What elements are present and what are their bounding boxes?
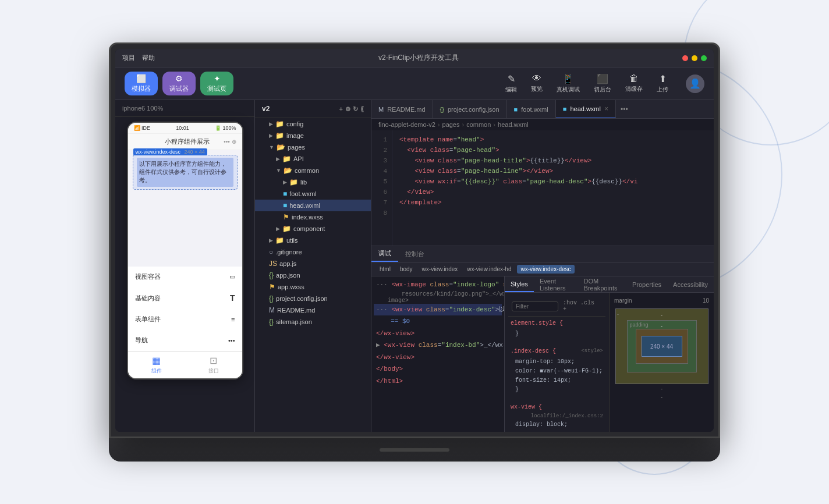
tree-item-gitignore[interactable]: ○ .gitignore <box>255 246 371 258</box>
laptop-notch <box>380 448 449 452</box>
html-tree-row-close-html[interactable]: </html> <box>374 375 502 388</box>
menu-item-help[interactable]: 帮助 <box>142 54 155 62</box>
style-block-wx-view: wx-view { localfile:/_index.css:2 displa… <box>508 400 605 432</box>
code-line-6: </view> <box>399 187 707 198</box>
styles-tab-properties[interactable]: Properties <box>626 276 667 292</box>
tab-project-config[interactable]: {} project.config.json <box>433 100 507 119</box>
el-tag-body[interactable]: body <box>396 265 416 274</box>
folder-icon: 📁 <box>282 225 291 233</box>
breadcrumb-3: head.wxml <box>498 121 529 128</box>
collapse-icon[interactable]: ⟪ <box>360 105 364 113</box>
status-right: 🔋 100% <box>215 125 236 131</box>
tree-item-api[interactable]: ▶ 📁 API <box>255 153 371 165</box>
el-tag-wx-view-index-hd[interactable]: wx-view.index-hd <box>463 265 515 274</box>
html-tree-row-index-bd[interactable]: ▶ <wx-view class="index-bd">_</wx-view> <box>374 339 502 352</box>
filter-input[interactable] <box>512 301 558 311</box>
list-item-2[interactable]: 表单组件 ≡ <box>128 309 242 329</box>
testpage-button[interactable]: ✦ 测试页 <box>200 72 233 95</box>
html-tree[interactable]: ··· <wx-image class="index-logo" src="..… <box>371 276 504 432</box>
menu-item-project[interactable]: 项目 <box>122 54 135 62</box>
background-icon: ⬛ <box>597 73 608 84</box>
tab-foot-wxml[interactable]: ■ foot.wxml <box>507 100 556 119</box>
project-config-tab-icon: {} <box>440 106 444 113</box>
bottom-tab-console[interactable]: 控制台 <box>398 246 431 262</box>
phone-list: 视图容器 ▭ 基础内容 T 表单组件 ≡ <box>128 267 242 350</box>
tree-item-app-json[interactable]: {} app.json <box>255 269 371 281</box>
background-action[interactable]: ⬛ 切后台 <box>588 71 617 96</box>
wxml-file-icon: ■ <box>283 201 287 210</box>
debugger-button[interactable]: ⚙ 调试器 <box>162 72 196 95</box>
tree-item-sitemap[interactable]: {} sitemap.json <box>255 316 371 328</box>
tree-item-head-wxml[interactable]: ■ head.wxml <box>255 200 371 211</box>
tree-item-app-js[interactable]: JS app.js <box>255 258 371 269</box>
styles-tab-dom-breakpoints[interactable]: DOM Breakpoints <box>578 276 626 292</box>
html-tree-row-close-wx-view[interactable]: </wx-view> <box>374 352 502 364</box>
code-line-4: <view class="page-head-line"></view> <box>399 166 707 177</box>
bottom-tab-inspector[interactable]: 调试 <box>371 246 398 262</box>
styles-tab-event-listeners[interactable]: Event Listeners <box>534 276 578 292</box>
phone-frame: 📶 IDE 10:01 🔋 100% 小程序组件展示 ••• ⊕ <box>127 122 243 379</box>
refresh-icon[interactable]: ↻ <box>353 105 358 113</box>
tree-item-index-wxss[interactable]: ⚑ index.wxss <box>255 211 371 223</box>
maximize-button[interactable] <box>701 55 707 61</box>
html-tree-row-0[interactable]: ··· <wx-image class="index-logo" src="..… <box>374 279 502 291</box>
tree-item-readme[interactable]: M README.md <box>255 304 371 316</box>
tree-item-lib[interactable]: ▶ 📁 lib <box>255 176 371 188</box>
list-item-0[interactable]: 视图容器 ▭ <box>128 267 242 287</box>
upload-action[interactable]: ⬆ 上传 <box>651 71 674 96</box>
preview-label: 预览 <box>531 85 543 93</box>
box-margin: - - padding - <box>615 308 708 384</box>
device-debug-action[interactable]: 📱 真机调试 <box>551 71 586 96</box>
html-tree-row-close-body[interactable]: </body> <box>374 363 502 375</box>
filetree-panel: v2 + ⊕ ↻ ⟪ ▶ 📁 config <box>255 100 371 432</box>
tree-item-app-wxss[interactable]: ⚑ app.wxss <box>255 281 371 293</box>
tree-item-pages[interactable]: ▼ 📂 pages <box>255 141 371 153</box>
tree-item-image[interactable]: ▶ 📁 image <box>255 130 371 141</box>
tab-head-wxml[interactable]: ■ head.wxml × <box>556 100 616 119</box>
edit-label: 编辑 <box>505 86 517 94</box>
tree-item-foot-wxml[interactable]: ■ foot.wxml <box>255 188 371 200</box>
tab-more[interactable]: ••• <box>616 105 633 113</box>
tree-item-project-config[interactable]: {} project.config.json <box>255 293 371 304</box>
el-tag-wx-view-index-desc[interactable]: wx-view.index-desc <box>517 265 574 274</box>
background-label: 切后台 <box>594 86 611 94</box>
minimize-button[interactable] <box>692 55 697 61</box>
styles-tab-styles[interactable]: Styles <box>505 276 534 292</box>
list-item-1[interactable]: 基础内容 T <box>128 288 242 308</box>
close-button[interactable] <box>682 55 688 61</box>
tree-item-config[interactable]: ▶ 📁 config <box>255 118 371 130</box>
element-highlight: wx-view.index-desc 240 × 44 以下用展示小程序官方组件… <box>133 155 238 190</box>
el-tag-html[interactable]: html <box>376 265 394 274</box>
code-content[interactable]: <template name="head"> <view class="page… <box>392 130 714 246</box>
styles-tab-accessibility[interactable]: Accessibility <box>667 276 714 292</box>
html-tree-row-selected[interactable]: ··· <wx-view class="index-desc">以下用展示小程序… <box>374 304 502 316</box>
simulator-button[interactable]: ⬜ 模拟器 <box>125 72 158 95</box>
new-folder-icon[interactable]: ⊕ <box>345 105 350 113</box>
new-file-icon[interactable]: + <box>339 105 343 113</box>
tab-interface[interactable]: ⊡ 接口 <box>208 355 219 375</box>
el-tag-wx-view-index[interactable]: wx-view.index <box>419 265 462 274</box>
style-selector-3: wx-view { localfile:/_index.css:2 <box>511 403 603 412</box>
bottom-content: ··· <wx-image class="index-logo" src="..… <box>371 276 714 432</box>
html-tree-row-close-view[interactable]: </wx-view> <box>374 328 502 340</box>
filter-pseudo[interactable]: :hov .cls + <box>561 299 602 314</box>
style-prop-color: color: ■var(--weui-FG-1); <box>511 367 603 376</box>
tab-readme[interactable]: M README.md <box>371 100 433 119</box>
editor-body: 12345678 <template name="head"> <view cl… <box>371 130 714 432</box>
box-border: padding - 240 × 44 <box>627 320 697 372</box>
tree-item-common[interactable]: ▼ 📂 common <box>255 165 371 176</box>
list-item-3[interactable]: 导航 ••• <box>128 330 242 350</box>
tab-component[interactable]: ▦ 组件 <box>151 355 162 375</box>
preview-action[interactable]: 👁 预览 <box>525 71 548 96</box>
style-prop-margin: margin-top: 10px; <box>511 357 603 367</box>
edit-action[interactable]: ✎ 编辑 <box>499 71 523 96</box>
tab-close-button[interactable]: × <box>604 105 608 113</box>
clear-cache-action[interactable]: 🗑 清缓存 <box>619 71 649 96</box>
json-file-icon: {} <box>269 294 274 303</box>
code-line-2: <view class="page-head"> <box>399 145 707 156</box>
preview-icon: 👁 <box>532 73 541 84</box>
user-avatar[interactable]: 👤 <box>686 74 704 93</box>
element-breadcrumb-bar: fino-applet-demo-v2 html body wx-view.in… <box>371 262 714 276</box>
tree-item-component[interactable]: ▶ 📁 component <box>255 223 371 235</box>
tree-item-utils[interactable]: ▶ 📁 utils <box>255 235 371 246</box>
